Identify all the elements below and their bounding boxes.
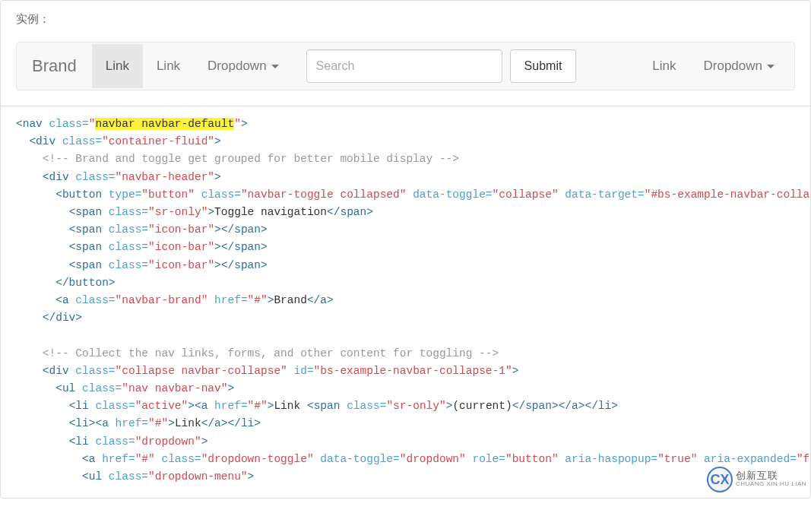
example-demo: 实例： Brand Link Link Dropdown Submit Link…	[1, 1, 810, 106]
nav-link-label: Link	[157, 59, 180, 74]
nav-dropdown-right[interactable]: Dropdown	[690, 44, 789, 88]
navbar-brand[interactable]: Brand	[17, 43, 92, 90]
nav-dropdown[interactable]: Dropdown	[194, 44, 293, 88]
nav-link-label: Dropdown	[208, 59, 267, 74]
nav-link-active[interactable]: Link	[92, 44, 143, 88]
search-input[interactable]	[306, 49, 502, 83]
nav-link-label: Link	[652, 59, 676, 74]
nav-link-label: Dropdown	[704, 59, 763, 74]
nav-link[interactable]: Link	[143, 44, 194, 88]
chevron-down-icon	[767, 65, 775, 68]
chevron-down-icon	[271, 65, 279, 68]
highlighted-class: navbar navbar-default	[95, 118, 234, 130]
watermark: CX 创新互联 CHUANG XIN HU LIAN	[707, 467, 806, 492]
watermark-logo-icon: CX	[707, 467, 733, 492]
watermark-line2: CHUANG XIN HU LIAN	[736, 480, 806, 488]
example-container: 实例： Brand Link Link Dropdown Submit Link…	[0, 0, 811, 499]
code-block: <nav class="navbar navbar-default"> <div…	[1, 106, 810, 498]
navbar: Brand Link Link Dropdown Submit Link Dro…	[16, 42, 795, 90]
submit-button[interactable]: Submit	[510, 49, 577, 83]
nav-link-right[interactable]: Link	[638, 44, 689, 88]
watermark-line1: 创新互联	[736, 471, 806, 480]
example-label: 实例：	[16, 12, 795, 27]
nav-link-label: Link	[106, 59, 129, 74]
navbar-right: Link Dropdown	[638, 44, 794, 88]
